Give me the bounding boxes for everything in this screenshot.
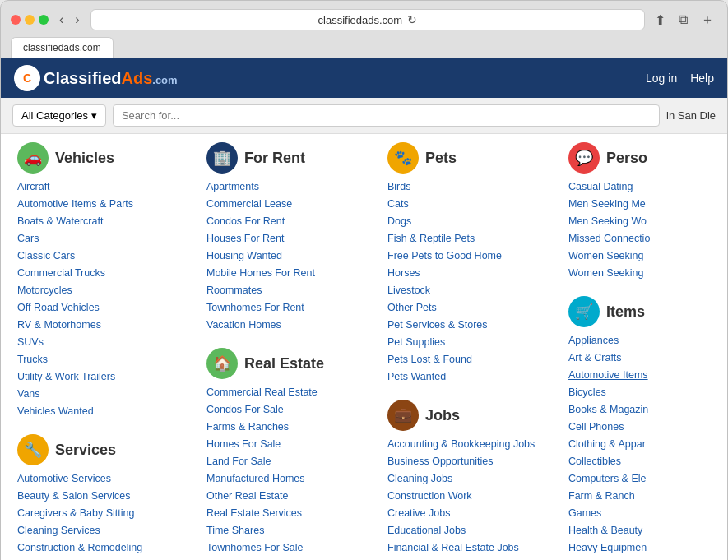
- category-link[interactable]: Real Estate Services: [206, 507, 302, 519]
- category-link[interactable]: Utility & Work Trailers: [17, 371, 115, 382]
- category-link[interactable]: Construction Work: [387, 490, 472, 502]
- category-link[interactable]: Business Opportunities: [387, 456, 494, 467]
- category-link[interactable]: Roommates: [206, 285, 262, 296]
- category-link[interactable]: Commercial Trucks: [17, 267, 105, 279]
- category-link[interactable]: Books & Magazin: [568, 404, 648, 415]
- login-link[interactable]: Log in: [646, 72, 677, 85]
- category-link[interactable]: Free Pets to Good Home: [387, 250, 502, 261]
- list-item: Vehicles Wanted: [17, 403, 197, 419]
- category-link[interactable]: SUVs: [17, 336, 44, 348]
- list-item: Automotive Items & Parts: [17, 196, 197, 212]
- list-item: Pets Lost & Found: [387, 351, 559, 368]
- category-link[interactable]: Caregivers & Baby Sitting: [17, 507, 134, 519]
- category-link[interactable]: Housing Wanted: [206, 250, 282, 261]
- category-link[interactable]: Financial & Real Estate Jobs: [387, 542, 519, 553]
- category-link[interactable]: Livestock: [387, 285, 430, 296]
- category-link[interactable]: Mobile Homes For Rent: [206, 267, 315, 279]
- category-link[interactable]: Construction & Remodeling: [17, 542, 142, 553]
- search-input[interactable]: [113, 104, 660, 127]
- category-link[interactable]: Automotive Services: [17, 473, 111, 484]
- category-link[interactable]: Cars: [17, 233, 39, 244]
- category-link[interactable]: Homes For Sale: [206, 438, 281, 450]
- forward-button[interactable]: ›: [71, 12, 83, 28]
- address-bar[interactable]: classifiedads.com ↻: [90, 9, 645, 30]
- back-button[interactable]: ‹: [55, 12, 67, 28]
- category-link[interactable]: Accounting & Bookkeeping Jobs: [387, 438, 535, 450]
- category-link[interactable]: Pets Lost & Found: [387, 354, 472, 365]
- category-link[interactable]: Creative Jobs: [387, 507, 450, 519]
- category-column-3: 💬PersoCasual DatingMen Seeking MeMen See…: [563, 142, 727, 560]
- category-link[interactable]: Men Seeking Me: [568, 198, 646, 210]
- active-tab[interactable]: classifiedads.com: [11, 37, 114, 58]
- help-link[interactable]: Help: [690, 72, 714, 85]
- category-link[interactable]: Other Real Estate: [206, 490, 288, 502]
- maximize-button[interactable]: [39, 15, 49, 25]
- category-link[interactable]: Women Seeking: [568, 250, 644, 261]
- category-link[interactable]: Birds: [387, 181, 410, 192]
- category-link[interactable]: Farms & Ranches: [206, 421, 289, 433]
- category-link[interactable]: Computers & Ele: [568, 473, 646, 484]
- category-link[interactable]: Townhomes For Rent: [206, 302, 304, 313]
- category-link[interactable]: Health & Beauty: [568, 525, 642, 536]
- category-link[interactable]: Cell Phones: [568, 421, 624, 433]
- category-link[interactable]: Casual Dating: [568, 181, 633, 192]
- category-link[interactable]: Classic Cars: [17, 250, 75, 261]
- category-link[interactable]: Educational Jobs: [387, 525, 466, 536]
- category-link[interactable]: Aircraft: [17, 181, 50, 192]
- category-link[interactable]: Women Seeking: [568, 267, 644, 279]
- reload-button[interactable]: ↻: [407, 13, 417, 26]
- category-link[interactable]: Fish & Reptile Pets: [387, 233, 475, 244]
- category-link[interactable]: Pet Services & Stores: [387, 319, 488, 331]
- category-link[interactable]: Houses For Rent: [206, 233, 284, 244]
- category-link[interactable]: Farm & Ranch: [568, 490, 635, 502]
- category-link[interactable]: Cleaning Jobs: [387, 473, 452, 484]
- category-link[interactable]: Condos For Sale: [206, 404, 284, 415]
- list-item: Vacation Homes: [206, 317, 378, 333]
- category-link[interactable]: Vans: [17, 388, 40, 400]
- category-link[interactable]: Games: [568, 507, 601, 519]
- category-link[interactable]: Collectibles: [568, 456, 621, 467]
- category-link[interactable]: Commercial Real Estate: [206, 386, 318, 398]
- tabs-icon[interactable]: ⧉: [675, 10, 691, 30]
- category-link[interactable]: Dogs: [387, 215, 411, 227]
- category-link[interactable]: Land For Sale: [206, 456, 271, 467]
- list-item: Free Pets to Good Home: [387, 248, 559, 264]
- category-link[interactable]: Men Seeking Wo: [568, 215, 647, 227]
- minimize-button[interactable]: [25, 15, 35, 25]
- for-rent-links: ApartmentsCommercial LeaseCondos For Ren…: [206, 178, 378, 333]
- category-link[interactable]: Off Road Vehicles: [17, 302, 100, 313]
- category-link[interactable]: Heavy Equipmen: [568, 542, 647, 553]
- category-link[interactable]: Other Pets: [387, 302, 437, 313]
- category-link[interactable]: Townhomes For Sale: [206, 542, 303, 553]
- close-button[interactable]: [11, 15, 21, 25]
- category-link[interactable]: Motorcycles: [17, 285, 72, 296]
- category-link[interactable]: Appliances: [568, 335, 619, 346]
- category-dropdown[interactable]: All Categories ▾: [12, 104, 106, 127]
- category-link[interactable]: RV & Motorhomes: [17, 319, 101, 331]
- category-link[interactable]: Time Shares: [206, 525, 264, 536]
- category-link[interactable]: Missed Connectio: [568, 233, 650, 244]
- category-link[interactable]: Horses: [387, 267, 420, 279]
- new-tab-icon[interactable]: ＋: [698, 10, 717, 30]
- category-link[interactable]: Art & Crafts: [568, 352, 622, 363]
- share-icon[interactable]: ⬆: [651, 10, 669, 30]
- category-link[interactable]: Trucks: [17, 354, 48, 365]
- category-link[interactable]: Pet Supplies: [387, 336, 445, 348]
- category-link[interactable]: Clothing & Appar: [568, 438, 646, 450]
- category-link[interactable]: Automotive Items: [568, 369, 648, 381]
- category-link[interactable]: Cats: [387, 198, 409, 210]
- category-link[interactable]: Vacation Homes: [206, 319, 281, 331]
- category-link[interactable]: Condos For Rent: [206, 215, 285, 227]
- category-link[interactable]: Vehicles Wanted: [17, 405, 94, 417]
- category-link[interactable]: Pets Wanted: [387, 371, 446, 382]
- category-link[interactable]: Apartments: [206, 181, 259, 192]
- category-link[interactable]: Commercial Lease: [206, 198, 292, 210]
- category-link[interactable]: Boats & Watercraft: [17, 215, 103, 227]
- jobs-links: Accounting & Bookkeeping JobsBusiness Op…: [387, 436, 559, 560]
- category-link[interactable]: Beauty & Salon Services: [17, 490, 131, 502]
- category-link[interactable]: Automotive Items & Parts: [17, 198, 133, 210]
- category-link[interactable]: Cleaning Services: [17, 525, 100, 536]
- category-link[interactable]: Manufactured Homes: [206, 473, 305, 484]
- category-link[interactable]: Bicycles: [568, 386, 606, 398]
- list-item: Other Pets: [387, 299, 559, 316]
